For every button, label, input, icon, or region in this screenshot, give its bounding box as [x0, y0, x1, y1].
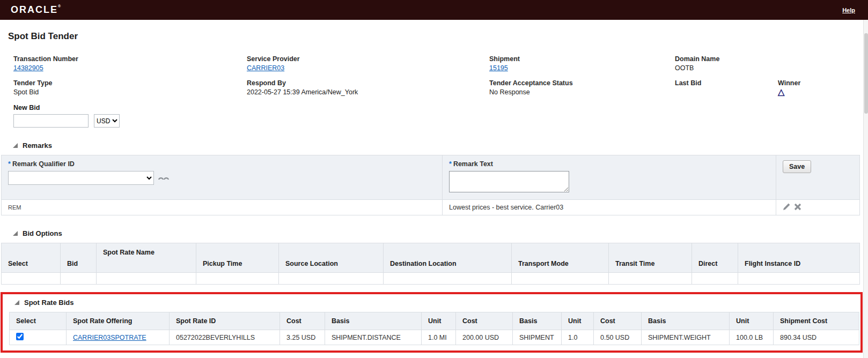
field-tender-type: Tender Type Spot Bid — [13, 79, 247, 96]
x-delete-icon[interactable] — [794, 203, 801, 212]
header-fields: Transaction Number 14382905 Service Prov… — [13, 55, 868, 96]
collapse-triangle-icon[interactable] — [13, 231, 18, 236]
new-bid-label: New Bid — [13, 104, 868, 111]
bid-options-table: Select Bid Spot Rate Name Pickup Time So… — [1, 243, 860, 285]
field-transaction-number: Transaction Number 14382905 — [13, 55, 247, 72]
remark-row: REM Lowest prices - best service. Carrie… — [2, 200, 860, 215]
field-label: Tender Acceptance Status — [489, 79, 675, 87]
field-winner: Winner △ — [778, 79, 868, 96]
field-domain-name: Domain Name OOTB — [675, 55, 868, 72]
remark-text-value: Lowest prices - best service. Carrier03 — [449, 204, 563, 211]
tender-type-value: Spot Bid — [13, 88, 247, 96]
tender-acceptance-status-value: No Response — [489, 88, 675, 96]
field-label: Transaction Number — [13, 55, 247, 63]
collapse-triangle-icon[interactable] — [14, 300, 19, 305]
new-bid-section: New Bid USD — [13, 104, 868, 128]
remark-qualifier-value: REM — [8, 204, 21, 211]
cost-cell: 0.50 USD — [594, 330, 642, 345]
bid-options-header-row: Select Bid Spot Rate Name Pickup Time So… — [2, 243, 860, 273]
vertical-scrollbar[interactable] — [863, 20, 868, 358]
remark-qualifier-label: Remark Qualifier ID — [12, 160, 75, 168]
binoculars-lookup-icon[interactable] — [158, 174, 170, 182]
remark-qualifier-select[interactable] — [8, 171, 154, 185]
shipment-cost-cell: 890.34 USD — [774, 330, 859, 345]
column-header: Basis — [513, 312, 562, 330]
remarks-input-row: *Remark Qualifier ID *Remark Text Save — [2, 155, 860, 200]
field-respond-by: Respond By 2022-05-27 15:39 America/New_… — [247, 79, 489, 96]
bid-options-section-header: Bid Options — [13, 229, 868, 237]
remark-text-label: Remark Text — [453, 160, 493, 168]
spot-rate-bids-highlight-box: Spot Rate Bids Select Spot Rate Offering… — [1, 292, 863, 353]
unit-cell: 1.0 — [562, 330, 594, 345]
unit-cell: 1.0 MI — [422, 330, 456, 345]
column-header: Flight Instance ID — [738, 243, 860, 273]
field-shipment: Shipment 15195 — [489, 55, 675, 72]
field-label: Shipment — [489, 55, 675, 63]
shipment-link[interactable]: 15195 — [489, 64, 508, 72]
new-bid-input[interactable] — [13, 114, 89, 128]
field-label: Winner — [778, 79, 868, 87]
column-header: Transit Time — [609, 243, 692, 273]
transaction-number-link[interactable]: 14382905 — [13, 64, 43, 72]
required-indicator: * — [449, 160, 452, 168]
select-bid-checkbox[interactable] — [16, 333, 24, 340]
currency-select[interactable]: USD — [94, 114, 120, 128]
basis-cell: SHIPMENT.DISTANCE — [325, 330, 422, 345]
column-header: Basis — [325, 312, 422, 330]
column-header: Cost — [280, 312, 325, 330]
triangle-outline-icon: △ — [778, 88, 784, 96]
top-bar: ORACLE® Help — [0, 0, 868, 20]
field-service-provider: Service Provider CARRIER03 — [247, 55, 489, 72]
domain-name-value: OOTB — [675, 64, 868, 72]
column-header: Basis — [642, 312, 730, 330]
remark-qualifier-cell: *Remark Qualifier ID — [2, 155, 443, 200]
remarks-table: *Remark Qualifier ID *Remark Text Save R… — [1, 155, 860, 215]
column-header: Destination Location — [384, 243, 512, 273]
column-header: Transport Mode — [512, 243, 609, 273]
spot-rate-offering-link[interactable]: CARRIER03SPOTRATE — [73, 334, 146, 341]
oracle-logo: ORACLE® — [11, 4, 62, 16]
field-label: Service Provider — [247, 55, 489, 63]
spot-rate-bid-row: CARRIER03SPOTRATE 05272022BEVERLYHILLS 3… — [10, 330, 859, 345]
save-cell: Save — [776, 155, 860, 200]
column-header: Spot Rate Offering — [67, 312, 170, 330]
service-provider-link[interactable]: CARRIER03 — [247, 64, 284, 72]
bid-options-empty-row — [2, 273, 860, 285]
spot-rate-id-cell: 05272022BEVERLYHILLS — [170, 330, 280, 345]
spot-rate-bids-table: Select Spot Rate Offering Spot Rate ID C… — [9, 312, 859, 345]
cost-cell: 200.00 USD — [456, 330, 513, 345]
collapse-triangle-icon[interactable] — [13, 143, 18, 148]
required-indicator: * — [8, 160, 11, 168]
unit-cell: 100.0 LB — [730, 330, 774, 345]
column-header: Source Location — [279, 243, 384, 273]
bid-options-section-title: Bid Options — [23, 229, 62, 237]
remark-text-input[interactable] — [449, 171, 569, 192]
column-header: Unit — [562, 312, 594, 330]
column-header: Cost — [456, 312, 513, 330]
column-header: Spot Rate ID — [170, 312, 280, 330]
remarks-section-title: Remarks — [23, 141, 52, 150]
column-header: Pickup Time — [196, 243, 279, 273]
pencil-edit-icon[interactable] — [783, 203, 791, 212]
remarks-section-header: Remarks — [13, 141, 868, 150]
respond-by-value: 2022-05-27 15:39 America/New_York — [247, 88, 489, 96]
field-label: Tender Type — [13, 79, 247, 87]
save-button[interactable]: Save — [783, 160, 811, 173]
scrollbar-thumb[interactable] — [864, 33, 868, 114]
remark-text-cell: *Remark Text — [443, 155, 776, 200]
column-header: Cost — [594, 312, 642, 330]
column-header: Direct — [692, 243, 738, 273]
column-header: Shipment Cost — [774, 312, 859, 330]
basis-cell: SHIPMENT.WEIGHT — [642, 330, 730, 345]
last-bid-value — [675, 88, 778, 96]
field-label: Domain Name — [675, 55, 868, 63]
field-label: Last Bid — [675, 79, 778, 87]
spot-rate-bids-header-row: Select Spot Rate Offering Spot Rate ID C… — [10, 312, 859, 330]
cost-cell: 3.25 USD — [280, 330, 325, 345]
page-title: Spot Bid Tender — [8, 31, 868, 42]
help-link[interactable]: Help — [842, 7, 855, 13]
field-last-bid: Last Bid — [675, 79, 778, 96]
column-header: Spot Rate Name — [97, 243, 196, 273]
basis-cell: SHIPMENT — [513, 330, 562, 345]
column-header: Unit — [422, 312, 456, 330]
